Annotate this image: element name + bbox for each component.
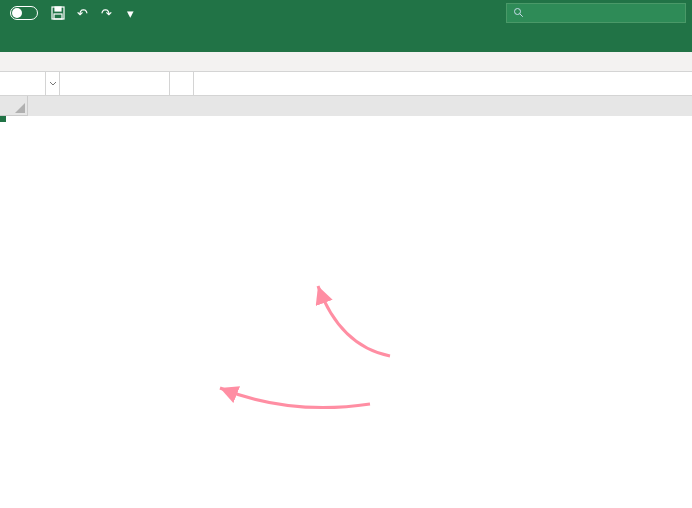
autosave-toggle[interactable]: [6, 6, 38, 20]
undo-icon[interactable]: ↶: [74, 5, 90, 21]
column-headers: [0, 96, 692, 116]
svg-line-4: [520, 14, 523, 17]
svg-rect-2: [54, 14, 62, 19]
fx-button[interactable]: [170, 72, 194, 95]
quick-access-toolbar: ↶ ↷ ▾: [50, 5, 138, 21]
name-box-dropdown[interactable]: [46, 72, 60, 95]
toggle-switch[interactable]: [10, 6, 38, 20]
select-all-triangle[interactable]: [0, 96, 28, 116]
search-box[interactable]: [506, 3, 686, 23]
arrow-two-d: [300, 276, 420, 366]
search-icon: [513, 7, 525, 19]
ribbon-tabs: [0, 26, 692, 52]
qat-dropdown-icon[interactable]: ▾: [122, 5, 138, 21]
formula-bar-spacer: [60, 72, 170, 95]
name-box[interactable]: [0, 72, 46, 95]
redo-icon[interactable]: ↷: [98, 5, 114, 21]
fill-handle[interactable]: [0, 116, 6, 122]
formula-input[interactable]: [194, 72, 692, 95]
chevron-down-icon: [49, 80, 57, 88]
ribbon-body: [0, 52, 692, 72]
svg-point-3: [515, 9, 521, 15]
arrow-one-d: [210, 376, 380, 436]
spreadsheet-grid[interactable]: [0, 96, 692, 116]
svg-rect-1: [55, 7, 61, 11]
title-bar: ↶ ↷ ▾: [0, 0, 692, 26]
save-icon[interactable]: [50, 5, 66, 21]
formula-bar: [0, 72, 692, 96]
